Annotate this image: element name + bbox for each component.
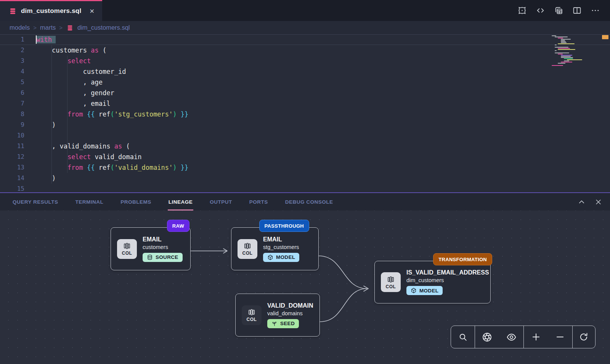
code-token: , email (36, 100, 110, 107)
code-token (36, 164, 67, 171)
code-line[interactable]: ) (0, 173, 610, 184)
line-number[interactable]: 4 (0, 66, 24, 77)
code-line[interactable]: , email (0, 98, 610, 109)
lineage-node-stg_customers[interactable]: PASSTHROUGH COL EMAIL stg_customers MODE… (231, 227, 319, 270)
panel-header: QUERY RESULTSTERMINALPROBLEMSLINEAGEOUTP… (0, 192, 610, 211)
line-number[interactable]: 6 (0, 88, 24, 98)
code-line[interactable]: select (0, 56, 610, 66)
tag-badge-raw: RAW (167, 220, 189, 232)
node-info: EMAIL stg_customers MODEL (263, 236, 299, 262)
node-subtitle: valid_domains (267, 310, 313, 316)
panel-tab-problems[interactable]: PROBLEMS (120, 193, 151, 211)
code-line[interactable]: , age (0, 77, 610, 88)
lineage-canvas[interactable]: RAW COL EMAIL customers SOURCE PASSTHROU… (0, 211, 610, 364)
code-token: ref (95, 110, 111, 118)
code-token: ) (173, 110, 177, 118)
search-icon[interactable] (454, 329, 471, 345)
toolbar-group-search (451, 326, 475, 348)
code-line[interactable]: select valid_domain (0, 152, 610, 162)
eye-icon[interactable] (503, 329, 520, 345)
code-token: 'stg_customers' (114, 110, 173, 118)
resource-badge-model: MODEL (406, 286, 443, 295)
code-token: , valid_domains (36, 142, 114, 150)
column-icon: COL (381, 272, 401, 292)
line-number[interactable]: 7 (0, 98, 24, 109)
panel-tab-output[interactable]: OUTPUT (210, 193, 232, 211)
code-area[interactable]: with customers as ( select customer_id ,… (0, 34, 610, 192)
column-icon: COL (242, 305, 262, 325)
code-line[interactable]: ) (0, 120, 610, 130)
code-line[interactable]: , valid_domains as ( (0, 141, 610, 152)
column-label: COL (386, 284, 396, 289)
lineage-node-valid_domains[interactable]: COL VALID_DOMAIN valid_domains SEED (235, 294, 320, 337)
line-number[interactable]: 10 (0, 130, 24, 141)
gutter[interactable]: 123456789101112131415 (0, 34, 24, 192)
code-token: customers (36, 46, 91, 54)
code-line[interactable] (0, 184, 610, 192)
resource-badge-model: MODEL (263, 253, 299, 262)
panel-tab-terminal[interactable]: TERMINAL (75, 193, 104, 211)
line-number[interactable]: 8 (0, 109, 24, 120)
source-icon (147, 254, 153, 260)
breadcrumb-item[interactable]: marts (40, 24, 56, 31)
code-token: valid_domain (91, 153, 141, 161)
panel-tab-query-results[interactable]: QUERY RESULTS (13, 193, 58, 211)
split-editor-icon[interactable] (572, 6, 582, 16)
zoom-out-icon[interactable] (552, 329, 568, 345)
code-line[interactable] (0, 130, 610, 141)
line-number[interactable]: 3 (0, 56, 24, 66)
minimap[interactable] (552, 35, 595, 66)
code-line[interactable]: with (0, 34, 610, 45)
node-title: IS_VALID_EMAIL_ADDRESS (406, 269, 484, 276)
line-number[interactable]: 12 (0, 152, 24, 162)
line-number[interactable]: 1 (0, 34, 24, 45)
line-number[interactable]: 9 (0, 120, 24, 130)
lineage-toolbar (451, 326, 596, 348)
resource-badge-source: SOURCE (143, 253, 183, 262)
code-token: as (91, 46, 98, 54)
node-title: VALID_DOMAIN (267, 302, 313, 309)
code-token: }} (181, 164, 188, 171)
code-token: ( (111, 110, 114, 118)
lineage-node-dim_customers[interactable]: TRANSFORMATION COL IS_VALID_EMAIL_ADDRES… (374, 261, 491, 303)
dbt-logo-icon[interactable] (517, 6, 527, 16)
code-icon[interactable] (535, 6, 545, 16)
code-editor[interactable]: with customers as ( select customer_id ,… (0, 34, 610, 192)
line-number[interactable]: 14 (0, 173, 24, 184)
code-line[interactable]: from {{ ref('valid_domains') }} (0, 162, 610, 173)
breadcrumb-item[interactable]: models (10, 24, 30, 31)
overview-ruler-marker (602, 35, 608, 39)
line-number[interactable]: 13 (0, 162, 24, 173)
aperture-icon[interactable] (479, 329, 496, 345)
tag-badge-transformation: TRANSFORMATION (433, 253, 492, 265)
zoom-in-icon[interactable] (528, 329, 544, 345)
node-info: VALID_DOMAIN valid_domains SEED (267, 302, 313, 328)
refresh-icon[interactable] (575, 329, 592, 345)
code-line[interactable]: customer_id (0, 66, 610, 77)
model-icon (267, 254, 273, 260)
panel-tab-debug-console[interactable]: DEBUG CONSOLE (285, 193, 333, 211)
lineage-node-customers[interactable]: RAW COL EMAIL customers SOURCE (111, 227, 191, 270)
tab-dim-customers[interactable]: dim_customers.sql ✕ (0, 0, 102, 21)
code-token (36, 57, 67, 65)
line-number[interactable]: 11 (0, 141, 24, 152)
more-icon[interactable] (590, 6, 600, 16)
breadcrumb: models>marts>dim_customers.sql (0, 21, 610, 34)
model-icon (411, 287, 417, 294)
code-line[interactable]: , gender (0, 88, 610, 98)
column-label: COL (122, 251, 132, 256)
line-number[interactable]: 2 (0, 45, 24, 56)
panel-tab-lineage[interactable]: LINEAGE (169, 193, 193, 211)
close-tab-icon[interactable]: ✕ (88, 7, 96, 16)
tabbar-actions (517, 0, 610, 21)
node-title: EMAIL (143, 236, 183, 243)
collapse-icon[interactable] (577, 198, 586, 206)
code-line[interactable]: customers as ( (0, 45, 610, 56)
line-number[interactable]: 5 (0, 77, 24, 88)
breadcrumb-item[interactable]: dim_customers.sql (77, 24, 130, 31)
code-line[interactable]: from {{ ref('stg_customers') }} (0, 109, 610, 120)
panel-tab-ports[interactable]: PORTS (249, 193, 268, 211)
close-icon[interactable] (594, 198, 602, 206)
line-number[interactable]: 15 (0, 184, 24, 192)
copy-table-icon[interactable] (554, 6, 563, 16)
